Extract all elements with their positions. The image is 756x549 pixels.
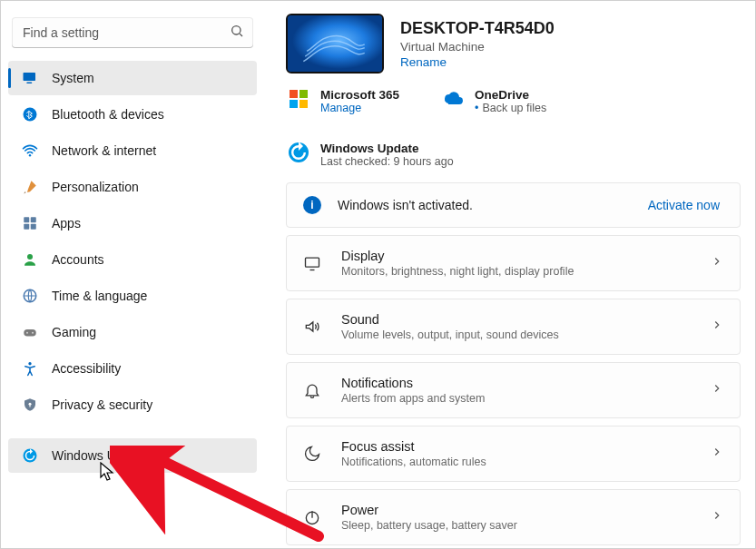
paintbrush-icon bbox=[21, 178, 39, 196]
svg-rect-11 bbox=[24, 329, 36, 337]
svg-rect-18 bbox=[288, 15, 382, 72]
svg-rect-2 bbox=[26, 83, 32, 84]
shield-icon bbox=[21, 396, 39, 414]
chevron-right-icon bbox=[711, 255, 723, 271]
gamepad-icon bbox=[21, 323, 39, 341]
device-header: DESKTOP-T4R54D0 Virtual Machine Rename bbox=[286, 14, 741, 74]
card-focus-assist[interactable]: Focus assist Notifications, automatic ru… bbox=[286, 426, 741, 482]
svg-rect-24 bbox=[306, 258, 319, 267]
svg-rect-8 bbox=[31, 224, 36, 230]
card-sub: Alerts from apps and system bbox=[341, 392, 694, 405]
svg-rect-1 bbox=[24, 73, 36, 81]
user-icon bbox=[21, 250, 39, 269]
promo-title: Microsoft 365 bbox=[320, 88, 399, 102]
card-sub: Monitors, brightness, night light, displ… bbox=[341, 265, 694, 278]
card-title: Focus assist bbox=[341, 439, 694, 454]
search-icon bbox=[230, 24, 244, 42]
svg-rect-5 bbox=[24, 217, 29, 222]
search-input[interactable] bbox=[12, 17, 253, 48]
globe-clock-icon bbox=[21, 287, 39, 305]
nav-label: Accounts bbox=[52, 252, 104, 267]
promo-sub[interactable]: Manage bbox=[320, 102, 399, 114]
system-icon bbox=[21, 69, 39, 87]
chevron-right-icon bbox=[711, 319, 723, 335]
power-icon bbox=[303, 508, 325, 526]
svg-rect-22 bbox=[299, 100, 308, 108]
ms365-icon bbox=[288, 88, 311, 112]
chevron-right-icon bbox=[711, 509, 723, 525]
sidebar: System Bluetooth & devices Network & int… bbox=[1, 1, 264, 548]
card-sub: Volume levels, output, input, sound devi… bbox=[341, 328, 694, 341]
nav-label: System bbox=[52, 71, 94, 85]
bluetooth-icon bbox=[21, 105, 39, 123]
card-title: Sound bbox=[341, 312, 694, 327]
accessibility-icon bbox=[21, 359, 39, 377]
device-name: DESKTOP-T4R54D0 bbox=[400, 19, 555, 38]
card-notifications[interactable]: Notifications Alerts from apps and syste… bbox=[286, 362, 741, 418]
nav-label: Gaming bbox=[52, 325, 96, 339]
info-icon: i bbox=[303, 196, 321, 214]
nav-item-privacy[interactable]: Privacy & security bbox=[8, 387, 257, 422]
card-power[interactable]: Power Sleep, battery usage, battery save… bbox=[286, 489, 741, 545]
nav-item-accessibility[interactable]: Accessibility bbox=[8, 351, 257, 386]
wifi-icon bbox=[21, 142, 39, 160]
activation-message: Windows isn't activated. bbox=[338, 198, 632, 212]
device-sub: Virtual Machine bbox=[400, 40, 555, 54]
svg-point-9 bbox=[27, 254, 33, 260]
nav-label: Privacy & security bbox=[52, 397, 152, 412]
svg-point-4 bbox=[29, 154, 31, 156]
svg-rect-20 bbox=[299, 90, 308, 98]
svg-rect-6 bbox=[31, 217, 36, 222]
nav-item-system[interactable]: System bbox=[8, 61, 257, 95]
svg-rect-16 bbox=[29, 405, 30, 407]
svg-rect-21 bbox=[290, 100, 298, 108]
nav-label: Network & internet bbox=[52, 143, 156, 158]
card-sub: Notifications, automatic rules bbox=[341, 456, 694, 468]
card-display[interactable]: Display Monitors, brightness, night ligh… bbox=[286, 235, 741, 291]
promo-onedrive[interactable]: OneDrive •Back up files bbox=[442, 88, 569, 114]
update-icon bbox=[288, 142, 311, 165]
main-content: DESKTOP-T4R54D0 Virtual Machine Rename M… bbox=[264, 1, 755, 548]
card-title: Power bbox=[341, 503, 694, 517]
nav-item-personalization[interactable]: Personalization bbox=[8, 170, 257, 204]
promo-windows-update[interactable]: Windows Update Last checked: 9 hours ago bbox=[288, 142, 454, 168]
card-sub: Sleep, battery usage, battery saver bbox=[341, 519, 694, 532]
nav-item-gaming[interactable]: Gaming bbox=[8, 315, 257, 349]
svg-point-13 bbox=[32, 332, 34, 334]
card-title: Notifications bbox=[341, 376, 694, 390]
nav-label: Personalization bbox=[52, 180, 139, 194]
device-wallpaper-thumb bbox=[286, 14, 384, 74]
nav-item-time-language[interactable]: Time & language bbox=[8, 279, 257, 313]
promo-row: Microsoft 365 Manage OneDrive •Back up f… bbox=[288, 88, 741, 168]
svg-rect-7 bbox=[24, 224, 29, 230]
promo-title: OneDrive bbox=[475, 88, 546, 102]
activate-link[interactable]: Activate now bbox=[648, 198, 723, 212]
bell-icon bbox=[303, 381, 325, 399]
svg-point-14 bbox=[28, 362, 31, 365]
card-title: Display bbox=[341, 249, 694, 263]
activation-banner[interactable]: i Windows isn't activated. Activate now bbox=[286, 182, 741, 228]
promo-ms365[interactable]: Microsoft 365 Manage bbox=[288, 88, 415, 114]
onedrive-icon bbox=[442, 88, 466, 112]
nav-label: Apps bbox=[52, 216, 81, 230]
nav-item-bluetooth[interactable]: Bluetooth & devices bbox=[8, 97, 257, 132]
svg-point-15 bbox=[29, 403, 32, 406]
nav-item-accounts[interactable]: Accounts bbox=[8, 242, 257, 277]
nav-item-network[interactable]: Network & internet bbox=[8, 133, 257, 168]
nav-item-apps[interactable]: Apps bbox=[8, 206, 257, 240]
card-list: i Windows isn't activated. Activate now … bbox=[286, 182, 741, 548]
sound-icon bbox=[303, 318, 325, 336]
search-wrap bbox=[12, 17, 253, 48]
apps-icon bbox=[21, 214, 39, 232]
rename-link[interactable]: Rename bbox=[400, 55, 555, 69]
promo-sub[interactable]: •Back up files bbox=[475, 102, 546, 114]
promo-title: Windows Update bbox=[320, 142, 454, 155]
svg-point-0 bbox=[232, 26, 241, 34]
nav-item-windows-update[interactable]: Windows Update bbox=[8, 438, 257, 473]
card-sound[interactable]: Sound Volume levels, output, input, soun… bbox=[286, 299, 741, 355]
moon-icon bbox=[303, 445, 325, 463]
nav-list: System Bluetooth & devices Network & int… bbox=[8, 61, 257, 473]
nav-label: Bluetooth & devices bbox=[52, 107, 164, 122]
svg-point-12 bbox=[26, 332, 28, 334]
nav-label: Time & language bbox=[52, 289, 147, 303]
